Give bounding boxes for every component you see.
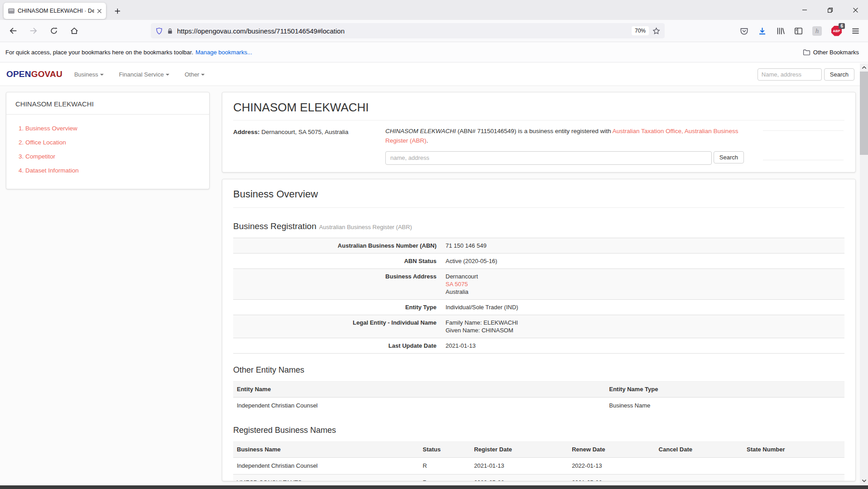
bookmarks-bar: For quick access, place your bookmarks h… — [0, 42, 868, 62]
bookmark-star-icon[interactable] — [652, 27, 660, 35]
other-bookmarks-button[interactable]: Other Bookmarks — [803, 48, 863, 56]
page-scrollbar[interactable] — [860, 63, 868, 485]
back-button[interactable] — [9, 27, 17, 35]
folder-icon — [803, 48, 810, 56]
caret-down-icon — [100, 74, 104, 76]
sidebar-link-office-location[interactable]: 2. Office Location — [19, 139, 200, 146]
column-header: Register Date — [474, 442, 572, 458]
row-value: 71 150 146 549 — [441, 238, 844, 254]
restore-button[interactable] — [817, 0, 843, 20]
sidebar-link-business-overview[interactable]: 1. Business Overview — [19, 125, 200, 132]
other-entity-names-table: Entity Name Entity Name Type Independent… — [233, 381, 844, 414]
window-bottom-edge — [0, 485, 868, 489]
row-label: Business Address — [233, 269, 441, 300]
tab-strip: CHINASOM ELEKWACHI · Derna — [0, 0, 868, 20]
state-number-cell — [747, 475, 844, 482]
business-registration-subtitle: Australian Business Register (ABR) — [319, 224, 412, 230]
entity-search-input[interactable] — [385, 151, 712, 165]
reload-button[interactable] — [50, 27, 58, 35]
divider — [233, 120, 844, 120]
forward-button[interactable] — [29, 27, 38, 35]
library-icon[interactable] — [776, 27, 785, 35]
nav-item-other[interactable]: Other — [185, 71, 205, 78]
column-header: State Number — [747, 442, 844, 458]
table-row: Independent Christian Counsel Business N… — [233, 398, 844, 414]
scroll-up-icon[interactable] — [860, 64, 868, 71]
table-header-row: Entity Name Entity Name Type — [233, 382, 844, 398]
business-overview-card: Business Overview Business RegistrationA… — [222, 179, 856, 481]
renew-date-cell: 2022-01-13 — [572, 458, 659, 475]
postcode-link[interactable]: SA 5075 — [446, 281, 468, 288]
status-cell: R — [423, 458, 474, 475]
page-content: CHINASOM ELEKWACHI 1. Business Overview … — [0, 86, 868, 485]
business-registration-title: Business RegistrationAustralian Business… — [233, 221, 844, 231]
header-search-input[interactable] — [758, 68, 822, 81]
header-search: Search — [758, 68, 854, 81]
new-tab-button[interactable] — [112, 6, 122, 16]
page-favicon-icon — [8, 7, 15, 14]
site-header: OPENGOVAU Business Financial Service Oth… — [0, 63, 868, 86]
address-line: Dernancourt — [446, 273, 840, 280]
sidebar-link-competitor[interactable]: 3. Competitor — [19, 153, 200, 160]
home-button[interactable] — [70, 27, 78, 35]
address-label: Address: — [233, 129, 260, 135]
browser-tab[interactable]: CHINASOM ELEKWACHI · Derna — [4, 3, 106, 19]
table-row: Independent Christian Counsel R 2021-01-… — [233, 458, 844, 475]
downloads-icon[interactable] — [758, 27, 767, 35]
header-search-button[interactable]: Search — [824, 68, 854, 81]
cancel-date-cell — [659, 475, 747, 482]
caret-down-icon — [166, 74, 169, 76]
row-label: Last Update Date — [233, 338, 441, 354]
tracking-shield-icon[interactable] — [155, 27, 163, 35]
nav-item-financial-service[interactable]: Financial Service — [119, 71, 169, 78]
pocket-icon[interactable] — [740, 27, 748, 35]
business-overview-title: Business Overview — [233, 188, 844, 200]
scroll-down-icon[interactable] — [860, 477, 868, 484]
bookmarks-hint-text: For quick access, place your bookmarks h… — [5, 49, 193, 56]
url-bar[interactable]: https://opengovau.com/business/711501465… — [151, 23, 665, 38]
caret-down-icon — [201, 74, 205, 76]
row-label: Entity Type — [233, 300, 441, 315]
column-header: Entity Name — [233, 382, 609, 398]
row-label: ABN Status — [233, 254, 441, 269]
abp-badge-count: 6 — [839, 23, 845, 29]
business-name-cell: Independent Christian Counsel — [233, 458, 423, 475]
nav-item-business[interactable]: Business — [74, 71, 104, 78]
divider — [233, 207, 844, 208]
sidebar-title: CHINASOM ELEKWACHI — [6, 92, 209, 114]
honey-extension-icon[interactable]: h — [812, 26, 822, 36]
scrollbar-thumb[interactable] — [860, 72, 868, 155]
navigation-toolbar: https://opengovau.com/business/711501465… — [0, 20, 868, 42]
column-header: Status — [423, 442, 474, 458]
row-label: Australian Business Number (ABN) — [233, 238, 441, 254]
entity-header-card: CHINASOM ELEKWACHI Address: Dernancourt,… — [222, 92, 856, 173]
menu-hamburger-icon[interactable] — [851, 27, 860, 35]
column-header: Business Name — [233, 442, 423, 458]
url-text: https://opengovau.com/business/711501465… — [177, 27, 628, 35]
row-value: Individual/Sole Trader (IND) — [441, 300, 844, 315]
business-registration-table: Australian Business Number (ABN) 71 150 … — [233, 238, 844, 354]
sidebar-link-dataset-information[interactable]: 4. Dataset Information — [19, 167, 200, 174]
status-cell: R — [423, 475, 474, 482]
lock-icon[interactable] — [167, 28, 173, 34]
close-window-button[interactable] — [843, 0, 868, 20]
adblock-plus-icon[interactable]: ABP 6 — [831, 26, 842, 36]
register-date-cell: 2020-05-26 — [474, 475, 572, 482]
nav-buttons — [9, 27, 78, 35]
zoom-level-indicator[interactable]: 70% — [632, 26, 649, 35]
table-row: VMFCP CONSULTANTS R 2020-05-26 2021-05-2… — [233, 475, 844, 482]
minimize-button[interactable] — [792, 0, 817, 20]
window-controls — [792, 0, 868, 20]
logo-open-part: OPEN — [6, 69, 31, 79]
tab-close-icon[interactable] — [97, 9, 102, 14]
table-row: Last Update Date 2021-01-13 — [233, 338, 844, 354]
sidebars-icon[interactable] — [794, 27, 803, 35]
description-entity-name: CHINASOM ELEKWACHI — [385, 128, 456, 134]
sidebar-card: CHINASOM ELEKWACHI 1. Business Overview … — [6, 92, 210, 189]
site-logo[interactable]: OPENGOVAU — [6, 69, 62, 79]
cancel-date-cell — [659, 458, 747, 475]
state-number-cell — [747, 458, 844, 475]
divider — [763, 130, 844, 131]
entity-search-button[interactable]: Search — [714, 151, 744, 163]
manage-bookmarks-link[interactable]: Manage bookmarks... — [196, 49, 252, 56]
